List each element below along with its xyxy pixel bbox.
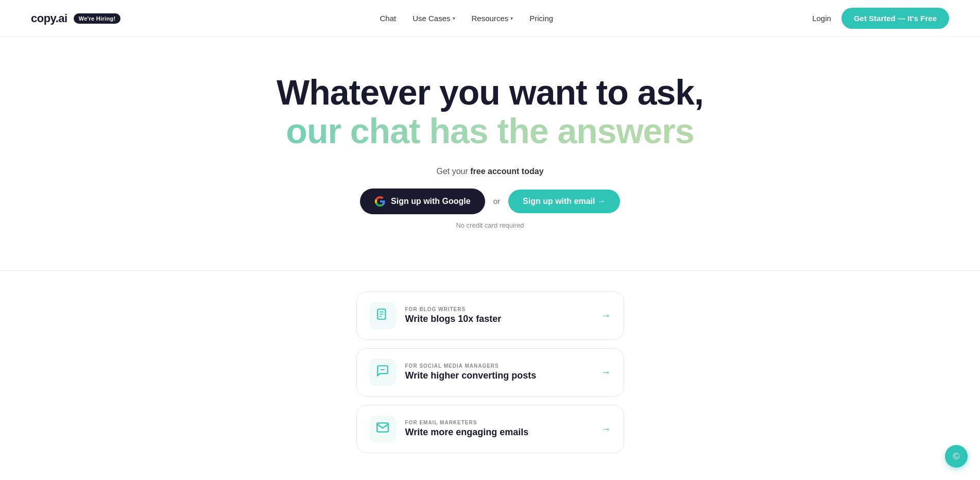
- google-icon: [374, 196, 386, 207]
- nav-item-chat[interactable]: Chat: [380, 14, 396, 23]
- or-separator: or: [493, 197, 500, 205]
- section-divider: [0, 270, 980, 271]
- card-content-blog: FOR BLOG WRITERS Write blogs 10x faster: [405, 306, 592, 324]
- navbar: copy.ai We're Hiring! Chat Use Cases ▾ R…: [0, 0, 980, 37]
- card-title-blog: Write blogs 10x faster: [405, 314, 592, 324]
- card-title-social: Write higher converting posts: [405, 370, 592, 381]
- use-case-card-social[interactable]: FOR SOCIAL MEDIA MANAGERS Write higher c…: [356, 348, 624, 397]
- card-content-email: FOR EMAIL MARKETERS Write more engaging …: [405, 420, 592, 438]
- use-case-card-blog[interactable]: FOR BLOG WRITERS Write blogs 10x faster …: [356, 292, 624, 340]
- chat-support-widget[interactable]: ©: [945, 445, 968, 468]
- nav-item-use-cases[interactable]: Use Cases ▾: [412, 14, 455, 23]
- nav-item-resources[interactable]: Resources ▾: [472, 14, 513, 23]
- card-label-social: FOR SOCIAL MEDIA MANAGERS: [405, 363, 592, 369]
- use-case-card-email[interactable]: FOR EMAIL MARKETERS Write more engaging …: [356, 405, 624, 453]
- card-label-email: FOR EMAIL MARKETERS: [405, 420, 592, 425]
- card-arrow-blog: →: [601, 310, 611, 321]
- card-title-email: Write more engaging emails: [405, 427, 592, 438]
- card-arrow-email: →: [601, 423, 611, 435]
- card-icon-wrap-social: [369, 359, 396, 386]
- email-icon: [376, 421, 389, 437]
- hero-subtitle: Get your free account today: [10, 167, 970, 176]
- use-cases-section: FOR BLOG WRITERS Write blogs 10x faster …: [0, 292, 980, 480]
- hero-section: Whatever you want to ask, our chat has t…: [0, 37, 980, 250]
- login-button[interactable]: Login: [812, 14, 831, 23]
- nav-item-pricing[interactable]: Pricing: [529, 14, 553, 23]
- chevron-down-icon: ▾: [510, 15, 513, 21]
- hero-title-line2: our chat has the answers: [10, 112, 970, 150]
- social-icon: [376, 364, 389, 381]
- google-signup-button[interactable]: Sign up with Google: [360, 188, 485, 214]
- logo[interactable]: copy.ai: [31, 12, 67, 25]
- card-content-social: FOR SOCIAL MEDIA MANAGERS Write higher c…: [405, 363, 592, 381]
- chevron-down-icon: ▾: [453, 15, 455, 21]
- cta-row: Sign up with Google or Sign up with emai…: [10, 188, 970, 214]
- logo-text: copy.ai: [31, 12, 67, 25]
- email-signup-button[interactable]: Sign up with email →: [508, 190, 620, 213]
- navbar-right: Login Get Started — It's Free: [812, 8, 949, 29]
- card-icon-wrap-email: [369, 416, 396, 442]
- no-credit-card-notice: No credit card required: [10, 221, 970, 229]
- card-arrow-social: →: [601, 366, 611, 378]
- hiring-badge[interactable]: We're Hiring!: [74, 13, 121, 24]
- hero-title-line1: Whatever you want to ask,: [10, 73, 970, 112]
- main-nav: Chat Use Cases ▾ Resources ▾ Pricing: [380, 14, 553, 23]
- get-started-button[interactable]: Get Started — It's Free: [841, 8, 949, 29]
- card-icon-wrap-blog: [369, 302, 396, 329]
- chat-widget-icon: ©: [953, 451, 959, 462]
- navbar-left: copy.ai We're Hiring!: [31, 12, 121, 25]
- card-label-blog: FOR BLOG WRITERS: [405, 306, 592, 312]
- blog-icon: [376, 307, 389, 324]
